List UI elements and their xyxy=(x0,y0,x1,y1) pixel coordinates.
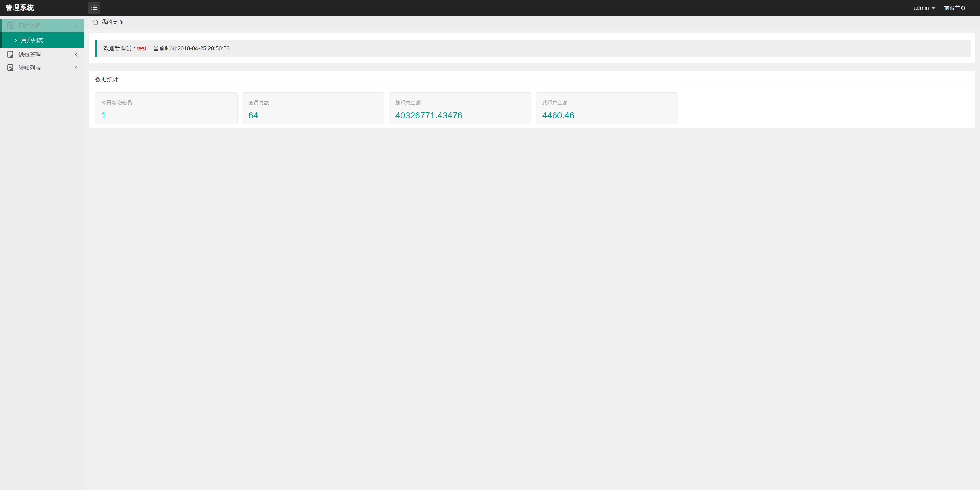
stat-label: 今日新增会员 xyxy=(102,99,231,106)
sidebar-group-wallet-management[interactable]: 钱包管理 xyxy=(0,48,84,61)
sidebar-group-user-management[interactable]: 用户管理 xyxy=(0,19,84,32)
home-icon xyxy=(92,19,99,25)
stats-title: 数据统计 xyxy=(89,71,975,88)
stat-value: 4460.46 xyxy=(542,110,672,121)
stat-label: 加币总金额 xyxy=(395,99,525,106)
welcome-username: test xyxy=(137,45,146,52)
breadcrumb: 我的桌面 xyxy=(84,16,980,29)
sidebar-group-transfer-list[interactable]: 转账列表 xyxy=(0,61,84,75)
stat-card-total-members: 会员总数 64 xyxy=(242,92,385,124)
sidebar-group-label: 钱包管理 xyxy=(18,51,41,59)
sidebar-item-user-list[interactable]: 用户列表 xyxy=(0,32,84,48)
stat-value: 1 xyxy=(102,110,231,121)
sidebar-menu: 用户管理 用户列表 xyxy=(0,19,84,75)
stat-card-new-members-today: 今日新增会员 1 xyxy=(95,92,238,124)
stat-card-total-coin-added: 加币总金额 40326771.43476 xyxy=(389,92,531,124)
menu-toggle-button[interactable] xyxy=(88,2,100,14)
topbar: 管理系统 admin 前台首页 xyxy=(0,0,980,16)
chevron-left-icon xyxy=(75,52,78,57)
stat-value: 40326771.43476 xyxy=(395,110,525,121)
arrow-right-icon xyxy=(14,38,18,43)
stats-cards: 今日新增会员 1 会员总数 64 加币总金额 40326771.43476 减币… xyxy=(95,92,678,124)
document-icon xyxy=(7,51,14,59)
chevron-left-icon xyxy=(75,65,78,70)
welcome-alert: 欢迎管理员：test！ 当前时间:2018-04-25 20:50:53 xyxy=(95,40,971,57)
stat-card-total-coin-deducted: 减币总金额 4460.46 xyxy=(536,92,678,124)
main-content: 我的桌面 欢迎管理员：test！ 当前时间:2018-04-25 20:50:5… xyxy=(84,16,980,490)
welcome-prefix: 欢迎管理员： xyxy=(103,44,137,52)
chevron-down-icon xyxy=(73,24,78,28)
active-item-strip xyxy=(0,32,2,48)
welcome-suffix: ！ 当前时间:2018-04-25 20:50:53 xyxy=(146,44,230,52)
sidebar: 用户管理 用户列表 xyxy=(0,16,84,490)
sidebar-group-label: 用户管理 xyxy=(18,22,41,30)
caret-down-icon xyxy=(931,7,935,10)
breadcrumb-home-link[interactable] xyxy=(92,19,99,25)
stat-label: 减币总金额 xyxy=(542,99,672,106)
username: admin xyxy=(913,5,929,11)
document-icon xyxy=(7,64,14,72)
list-icon xyxy=(91,4,98,11)
user-dropdown[interactable]: admin xyxy=(913,5,935,11)
topbar-right: admin 前台首页 xyxy=(913,0,980,16)
welcome-panel: 欢迎管理员：test！ 当前时间:2018-04-25 20:50:53 xyxy=(89,33,975,63)
stats-panel: 数据统计 今日新增会员 1 会员总数 64 加币总金额 40326771.434… xyxy=(89,71,975,128)
stat-value: 64 xyxy=(248,110,378,121)
app-title: 管理系统 xyxy=(6,0,34,16)
breadcrumb-current: 我的桌面 xyxy=(101,18,124,26)
frontend-home-link[interactable]: 前台首页 xyxy=(944,4,966,11)
active-group-strip xyxy=(0,19,2,32)
sidebar-group-label: 转账列表 xyxy=(18,64,41,72)
sidebar-item-label: 用户列表 xyxy=(21,36,43,44)
document-icon xyxy=(7,22,14,30)
stat-label: 会员总数 xyxy=(248,99,378,106)
